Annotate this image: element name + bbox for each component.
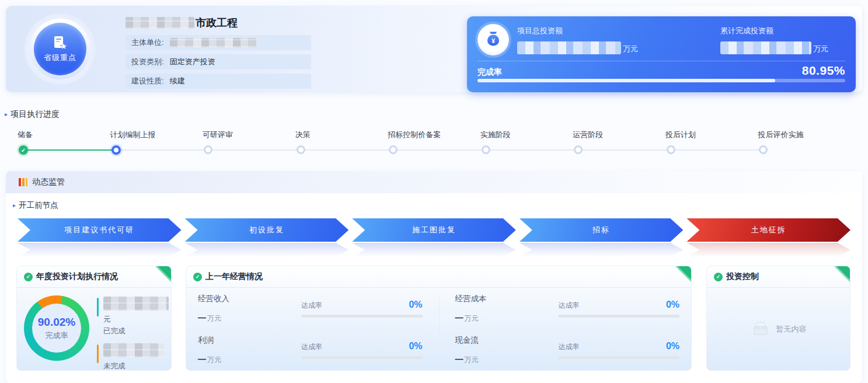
step-decision[interactable]: 决策 [295, 130, 388, 162]
last-year-operations-card: 上一年经营情况 经营收入 —万元 达成率 0% [186, 266, 692, 371]
step-operation[interactable]: 运营阶段 [573, 130, 665, 162]
prestart-nodes-title-text: 开工前节点 [19, 200, 58, 211]
metric-unit: 万元 [207, 314, 221, 322]
node-label: 项目建议书代可研 [64, 225, 134, 235]
node-label: 初设批复 [249, 225, 284, 235]
check-badge-icon [24, 273, 33, 281]
total-investment-value-redacted [517, 41, 621, 54]
document-star-icon: ★ [51, 36, 69, 51]
corner-fold-icon [155, 266, 171, 282]
legend-uncompleted-label: 未完成 [103, 361, 169, 371]
step-done-icon [19, 145, 28, 155]
field-construction-nature: 建设性质: 续建 [126, 74, 311, 89]
step-label: 实施阶段 [480, 130, 573, 140]
node-proposal-feasibility[interactable]: 项目建议书代可研 [18, 218, 182, 242]
dashboard-screen: ★ 省级重点 市政工程 主体单位: 投资类别: 固定资产投资 建设性质: [0, 0, 868, 383]
metric-rate-label: 达成率 [558, 342, 579, 352]
node-preliminary-design-approval[interactable]: 初设批复 [185, 218, 349, 242]
step-post-evaluation[interactable]: 投后评价实施 [758, 130, 850, 162]
metric-name: 经营成本 [455, 294, 487, 304]
corner-fold-icon [675, 266, 691, 282]
node-bidding[interactable]: 招标 [520, 218, 684, 242]
operations-metrics-grid: 经营收入 —万元 达成率 0% 经营成本 —万元 [186, 288, 691, 371]
execution-stepper: 储备 计划编制上报 可研评审 决策 招标控制价备案 实施阶段 [18, 130, 850, 162]
field-owner-unit-redacted [170, 38, 257, 47]
legend-completed-value-redacted [103, 297, 169, 311]
node-land-expropriation[interactable]: 土地征拆 [686, 218, 850, 242]
execution-progress-title-text: 项目执行进度 [11, 109, 60, 120]
step-implementation[interactable]: 实施阶段 [480, 130, 573, 162]
step-pending-icon [482, 145, 490, 154]
level-badge-core: ★ 省级重点 [34, 23, 86, 75]
completion-rate-value: 80.95% [802, 64, 845, 78]
node-reflection [18, 243, 182, 257]
legend-completed: 元 已完成 [97, 297, 169, 336]
node-reflection [185, 243, 349, 257]
empty-state: 暂无内容 [707, 288, 850, 371]
investment-control-title: 投资控制 [726, 271, 759, 282]
prestart-nodes-title: ▸ 开工前节点 [13, 200, 862, 211]
step-pending-icon [204, 145, 212, 154]
svg-text:¥: ¥ [491, 37, 496, 44]
completion-rate-fill [477, 79, 775, 82]
metric-rate-label: 达成率 [301, 342, 322, 352]
metric-value: — [198, 354, 206, 364]
step-post-investment-plan[interactable]: 投后计划 [665, 130, 758, 162]
project-title: 市政工程 [196, 16, 238, 30]
dynamic-supervision-header: 动态监管 [6, 171, 862, 193]
step-pending-icon [297, 145, 305, 154]
metric-name: 利润 [198, 335, 221, 346]
total-investment-label: 项目总投资额 [517, 26, 720, 36]
metric-value: — [455, 354, 463, 364]
step-pending-icon [389, 145, 398, 154]
completed-investment-value-redacted [720, 41, 811, 54]
investment-control-card: 投资控制 暂无内容 [706, 266, 850, 371]
step-label: 可研评审 [203, 130, 295, 140]
dynamic-supervision-panel: 动态监管 ▸ 开工前节点 项目建议书代可研 初设批复 施工图批复 招标 [6, 171, 862, 383]
step-active-icon [111, 145, 121, 155]
step-label: 投后评价实施 [758, 130, 850, 140]
bar-chart-icon [19, 178, 27, 186]
legend-uncompleted-value-redacted [103, 343, 164, 357]
metric-operating-cost: 经营成本 —万元 达成率 0% [455, 288, 680, 329]
node-construction-drawing-approval[interactable]: 施工图批复 [352, 218, 516, 242]
metric-rate-track [301, 356, 423, 359]
metric-rate-track [301, 315, 423, 318]
field-investment-type-label: 投资类别: [131, 57, 164, 67]
metric-rate-value: 0% [409, 300, 422, 310]
step-label: 招标控制价备案 [388, 130, 480, 140]
project-title-redacted [126, 17, 194, 29]
last-year-operations-title: 上一年经营情况 [205, 271, 263, 282]
total-investment-block: 项目总投资额 万元 [517, 24, 720, 54]
step-pending-icon [574, 145, 583, 154]
annual-plan-card: 年度投资计划执行情况 90.02% 完成率 元 已完成 [16, 266, 172, 371]
completed-investment-block: 累计完成投资额 万元 [720, 24, 844, 54]
prestart-node-flow: 项目建议书代可研 初设批复 施工图批复 招标 土地征拆 [6, 211, 862, 242]
step-plan-report[interactable]: 计划编制上报 [110, 130, 203, 162]
step-bid-price-filing[interactable]: 招标控制价备案 [388, 130, 480, 162]
field-construction-nature-label: 建设性质: [131, 76, 164, 86]
legend-completed-label: 已完成 [103, 326, 169, 336]
node-label: 招标 [592, 225, 610, 235]
metric-rate-value: 0% [409, 341, 422, 351]
empty-state-text: 暂无内容 [776, 324, 807, 335]
step-feasibility-review[interactable]: 可研评审 [203, 130, 295, 162]
step-reserve[interactable]: 储备 [18, 130, 110, 162]
metric-unit: 万元 [207, 356, 221, 364]
metric-operating-revenue: 经营收入 —万元 达成率 0% [198, 288, 423, 329]
step-label: 运营阶段 [573, 130, 665, 140]
project-hero-card: ★ 省级重点 市政工程 主体单位: 投资类别: 固定资产投资 建设性质: [6, 6, 862, 92]
field-investment-type: 投资类别: 固定资产投资 [126, 54, 311, 69]
metric-rate-label: 达成率 [558, 301, 579, 311]
level-badge-label: 省级重点 [44, 53, 76, 63]
metric-rate-label: 达成率 [301, 301, 322, 311]
field-owner-unit-label: 主体单位: [131, 37, 164, 48]
completion-rate-label: 完成率 [477, 67, 502, 78]
metric-rate-track [558, 356, 679, 359]
check-badge-icon [714, 273, 723, 281]
level-badge-ring: ★ 省级重点 [30, 19, 90, 79]
step-pending-icon [759, 145, 768, 154]
step-label: 决策 [295, 130, 388, 140]
project-info: 市政工程 主体单位: 投资类别: 固定资产投资 建设性质: 续建 [126, 16, 311, 93]
metric-cash-flow: 现金流 —万元 达成率 0% [455, 329, 680, 371]
